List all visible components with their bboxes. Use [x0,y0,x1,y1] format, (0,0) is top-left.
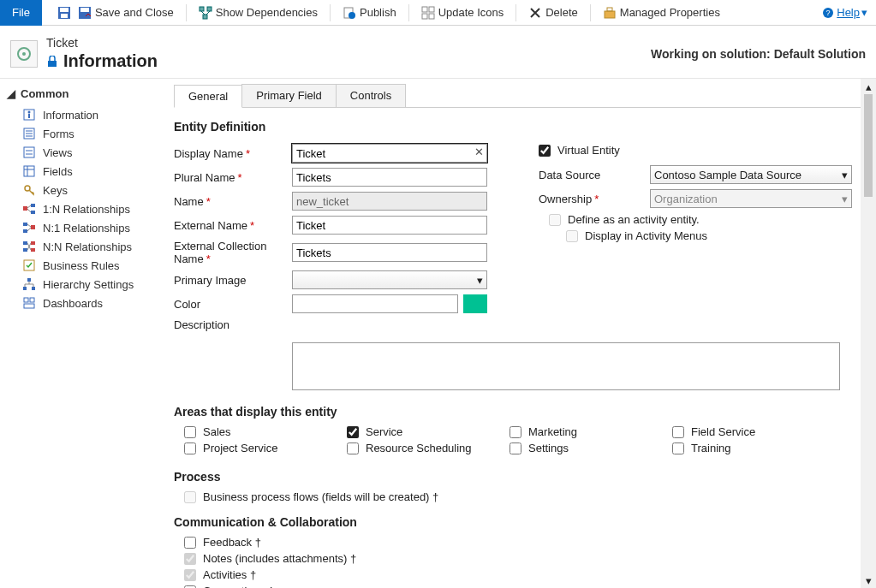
label-primary-image: Primary Image [174,274,292,287]
area-checkbox[interactable] [510,442,521,454]
area-checkbox[interactable] [347,442,359,454]
svg-rect-49 [24,298,28,302]
area-checkbox[interactable] [184,426,196,438]
tab-general[interactable]: General [174,85,242,108]
svg-rect-1 [60,8,69,12]
update-icons-button[interactable]: Update Icons [414,0,511,26]
comm-checkbox[interactable] [184,585,196,589]
label-external-name: External Name [174,219,292,232]
svg-rect-36 [31,204,35,207]
area-label: Resource Scheduling [366,442,472,454]
sidebar-item-fields[interactable]: Fields [7,162,160,181]
area-checkbox[interactable] [672,426,684,438]
sidebar-item-n-n-relationships[interactable]: N:N Relationships [7,237,160,256]
tab-primary-field[interactable]: Primary Field [241,84,337,107]
show-dependencies-button[interactable]: Show Dependencies [192,0,325,26]
views-icon [22,146,36,159]
data-source-select[interactable]: Contoso Sample Data Source▾ [650,165,852,184]
help-link[interactable]: ? Help ▾ [821,6,867,20]
sidebar-item-label: Keys [43,184,68,197]
svg-rect-4 [80,8,89,12]
sidebar-item-dashboards[interactable]: Dashboards [7,294,160,312]
info-icon [22,108,36,122]
area-item-resource-scheduling: Resource Scheduling [337,442,499,454]
sidebar-item-views[interactable]: Views [7,143,160,162]
label-plural-name: Plural Name [174,171,292,184]
name-input [292,192,487,211]
sidebar-item-n-1-relationships[interactable]: N:1 Relationships [7,218,160,237]
sidebar-item-keys[interactable]: Keys [7,181,160,199]
svg-rect-43 [31,241,35,245]
forms-icon [22,127,36,140]
color-swatch[interactable] [463,294,487,313]
clear-icon[interactable]: ✕ [474,146,484,158]
label-ownership: Ownership [539,193,650,205]
sidebar-item-label: Business Rules [43,259,120,272]
tab-controls[interactable]: Controls [336,84,406,107]
sidebar-item-forms[interactable]: Forms [7,124,160,143]
label-data-source: Data Source [539,169,650,181]
delete-icon [528,6,542,20]
primary-image-select[interactable]: ▾ [292,270,487,289]
color-input[interactable] [292,294,458,313]
external-collection-name-input[interactable] [292,243,487,262]
entity-icon [10,40,38,68]
virtual-entity-checkbox[interactable] [539,145,551,157]
save-and-close-label: Save and Close [95,6,174,19]
area-checkbox[interactable] [347,426,359,438]
svg-point-19 [22,52,26,56]
label-description: Description [174,318,292,331]
sidebar-item-business-rules[interactable]: Business Rules [7,256,160,275]
area-label: Sales [203,425,231,438]
svg-rect-15 [607,8,612,11]
comm-label: Notes (includes attachments) † [203,552,356,565]
scroll-up-icon[interactable]: ▴ [861,79,876,94]
comm-label: Feedback † [203,536,261,549]
description-textarea[interactable] [292,342,840,390]
managed-properties-icon [603,6,617,20]
svg-rect-50 [30,298,34,302]
help-label: Help [837,6,860,19]
chevron-down-icon: ▾ [861,6,867,19]
publish-icon [343,6,356,20]
area-checkbox[interactable] [510,426,521,438]
sidebar-group-common[interactable]: ◢ Common [7,87,160,100]
sidebar-item-1-n-relationships[interactable]: 1:N Relationships [7,199,160,218]
scroll-down-icon[interactable]: ▾ [861,573,876,588]
external-name-input[interactable] [292,216,487,235]
rel-1n-icon [22,202,36,216]
publish-label: Publish [360,6,396,19]
area-item-sales: Sales [174,425,337,438]
comm-item: Notes (includes attachments) † [184,552,852,565]
area-label: Training [691,442,730,454]
entity-name: Ticket [46,36,158,50]
comm-checkbox[interactable] [184,537,196,549]
svg-rect-28 [24,147,34,157]
comm-checkbox [184,569,196,581]
area-label: Settings [528,442,569,454]
sidebar-item-hierarchy-settings[interactable]: Hierarchy Settings [7,275,160,294]
sidebar: ◢ Common InformationFormsViewsFieldsKeys… [0,79,167,588]
file-menu[interactable]: File [0,0,42,26]
chevron-down-icon: ▾ [477,274,483,287]
delete-button[interactable]: Delete [521,0,585,26]
sidebar-item-information[interactable]: Information [7,105,160,124]
sidebar-item-label: Dashboards [43,297,103,310]
save-icon[interactable] [57,6,71,20]
scroll-thumb[interactable] [864,94,873,197]
publish-button[interactable]: Publish [336,0,403,26]
plural-name-input[interactable] [292,168,487,187]
svg-rect-37 [31,211,35,214]
help-icon: ? [821,6,835,20]
area-checkbox[interactable] [672,442,684,454]
chevron-down-icon: ▾ [842,193,848,205]
vertical-scrollbar[interactable]: ▴ ▾ [861,79,876,588]
area-checkbox[interactable] [184,442,196,454]
label-virtual-entity: Virtual Entity [557,144,620,157]
svg-rect-39 [23,223,27,226]
area-item-training: Training [662,442,825,454]
managed-properties-button[interactable]: Managed Properties [596,0,727,26]
svg-rect-5 [200,7,204,11]
display-name-input[interactable] [292,144,487,163]
save-and-close-button[interactable]: Save and Close [71,0,181,26]
